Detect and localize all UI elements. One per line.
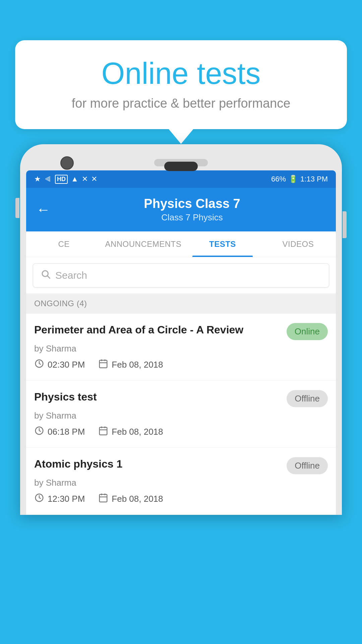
tab-tests[interactable]: TESTS [185, 231, 260, 257]
test-title: Atomic physics 1 [34, 457, 281, 471]
app-header: ← Physics Class 7 Class 7 Physics [26, 188, 336, 231]
bubble-title: Online tests [35, 57, 327, 90]
test-item[interactable]: Perimeter and Area of a Circle - A Revie… [26, 314, 336, 381]
phone-outer: ★ ⫷ HD ▲ ✕ ✕ 66% 🔋 1:13 PM [20, 144, 342, 515]
test-author: by Sharma [34, 478, 328, 488]
header-title-block: Physics Class 7 Class 7 Physics [58, 197, 326, 223]
speech-bubble: Online tests for more practice & better … [15, 40, 347, 129]
test-item-header: Atomic physics 1 Offline [34, 457, 328, 474]
test-title: Physics test [34, 390, 281, 404]
test-item-header: Physics test Offline [34, 390, 328, 407]
search-bar[interactable]: Search [33, 263, 329, 287]
status-right: 66% 🔋 1:13 PM [271, 175, 328, 183]
clock-icon [34, 426, 44, 438]
test-meta: 12:30 PM Feb 08, 2018 [34, 493, 328, 505]
svg-rect-13 [100, 494, 107, 502]
svg-rect-3 [100, 360, 107, 368]
back-button[interactable]: ← [36, 202, 50, 218]
tab-videos[interactable]: VIDEOS [260, 231, 336, 257]
tab-ce[interactable]: CE [26, 231, 102, 257]
test-meta: 02:30 PM Feb 08, 2018 [34, 359, 328, 371]
test-author: by Sharma [34, 343, 328, 354]
svg-rect-8 [100, 427, 107, 435]
screen-title: Physics Class 7 [58, 197, 326, 211]
phone-mockup: ★ ⫷ HD ▲ ✕ ✕ 66% 🔋 1:13 PM [20, 144, 342, 644]
signal-icon: ✕ [82, 175, 88, 183]
status-badge: Offline [287, 457, 328, 474]
section-header: ONGOING (4) [26, 293, 336, 314]
hd-badge: HD [55, 175, 68, 184]
test-time: 06:18 PM [34, 426, 85, 438]
status-icons: ★ ⫷ HD ▲ ✕ ✕ [34, 175, 97, 184]
test-item[interactable]: Physics test Offline by Sharma [26, 381, 336, 448]
svg-line-1 [48, 276, 50, 278]
test-date: Feb 08, 2018 [98, 426, 163, 438]
calendar-icon [98, 426, 108, 438]
tab-announcements[interactable]: ANNOUNCEMENTS [102, 231, 185, 257]
wifi-icon: ▲ [71, 175, 78, 183]
breadcrumb: Class 7 Physics [58, 212, 326, 223]
test-meta: 06:18 PM Feb 08, 2018 [34, 426, 328, 438]
calendar-icon [98, 493, 108, 505]
time-display: 1:13 PM [300, 175, 328, 183]
vibrate-icon: ⫷ [44, 175, 52, 183]
clock-icon [34, 493, 44, 505]
search-container: Search [26, 257, 336, 293]
test-title: Perimeter and Area of a Circle - A Revie… [34, 323, 281, 337]
phone-camera [60, 156, 74, 170]
status-bar: ★ ⫷ HD ▲ ✕ ✕ 66% 🔋 1:13 PM [26, 170, 336, 188]
calendar-icon [98, 359, 108, 371]
tabs-bar: CE ANNOUNCEMENTS TESTS VIDEOS [26, 231, 336, 257]
phone-side-button-right [343, 211, 347, 238]
status-badge: Offline [287, 390, 328, 407]
test-item[interactable]: Atomic physics 1 Offline by Sharma [26, 448, 336, 515]
test-date: Feb 08, 2018 [98, 359, 163, 371]
phone-screen: ★ ⫷ HD ▲ ✕ ✕ 66% 🔋 1:13 PM [26, 170, 336, 515]
search-icon [41, 269, 51, 282]
clock-icon [34, 359, 44, 371]
test-author: by Sharma [34, 411, 328, 421]
phone-home-button [164, 162, 198, 171]
battery-icon: 🔋 [289, 175, 298, 183]
test-item-header: Perimeter and Area of a Circle - A Revie… [34, 323, 328, 340]
status-badge: Online [287, 323, 328, 340]
phone-side-button-left [15, 198, 19, 218]
test-date: Feb 08, 2018 [98, 493, 163, 505]
battery-percent: 66% [271, 175, 286, 183]
bluetooth-icon: ★ [34, 175, 41, 183]
signal-x-icon: ✕ [91, 175, 97, 183]
search-placeholder: Search [55, 270, 87, 281]
test-time: 02:30 PM [34, 359, 85, 371]
bubble-subtitle: for more practice & better performance [35, 96, 327, 111]
test-time: 12:30 PM [34, 493, 85, 505]
